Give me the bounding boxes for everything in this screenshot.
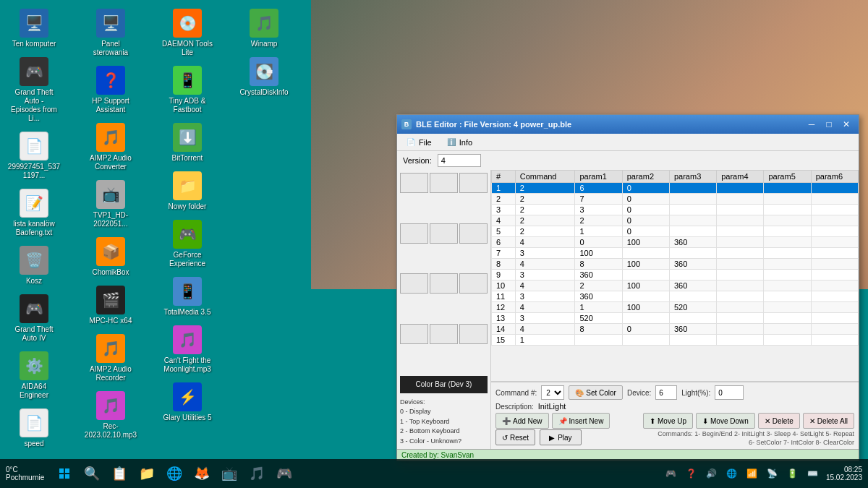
insert-new-button[interactable]: 📌 Insert New [552,413,610,429]
desktop-icon-file1[interactable]: 📄 299927451_5371197... [6,129,62,183]
taskbar-volume-icon[interactable]: 🔊 [703,465,720,482]
taskbar-geforce-icon[interactable]: 🎮 [663,465,680,482]
play-button[interactable]: ▶ Play [540,429,581,445]
desktop-icon-grid: 🖥️ Ten komputer 🎮 Grand Theft Auto - Epi… [6,6,310,454]
desktop-icon-speed[interactable]: 📄 speed [6,406,62,451]
table-row[interactable]: 5210 [492,226,859,237]
version-input[interactable] [438,154,481,167]
panel-cell-10[interactable] [400,324,428,344]
panel-cell-9[interactable] [459,273,488,294]
panel-cell-8[interactable] [430,273,458,294]
delete-all-button[interactable]: ✕ Delete All [803,413,854,429]
taskbar-network-icon[interactable]: 🌐 [723,465,741,482]
move-down-button[interactable]: ⬇ Move Down [696,413,755,429]
taskbar-bluetooth-icon[interactable]: 📡 [764,465,781,482]
desktop-icon-gta-episodes[interactable]: 🎮 Grand Theft Auto - Episodes from Li... [6,54,62,126]
table-row[interactable]: 1260 [492,183,859,194]
desktop-icon-hp[interactable]: ❓ HP Support Assistant [82,63,139,117]
table-row[interactable]: 2270 [492,194,859,205]
panel-cell-4[interactable] [400,223,428,244]
start-button[interactable] [53,462,76,485]
taskbar-battery-icon[interactable]: 🔋 [784,465,801,482]
cmd-help-2: 6- SetColor 7- IntColor 8- ClearColor [658,439,854,446]
desktop-icon-geforce[interactable]: 🎮 GeForce Experience [159,217,216,271]
desktop-icon-aida64[interactable]: ⚙️ AIDA64 Engineer [6,348,62,403]
status-bar-text: Created by: SvanSvan [401,451,474,459]
desktop-icon-ten-komputer[interactable]: 🖥️ Ten komputer [6,6,62,51]
desktop-icon-daemon[interactable]: 💿 DAEMON Tools Lite [159,6,216,60]
desktop-icon-glary[interactable]: ⚡ Glary Utilities 5 [159,380,216,425]
panel-cell-1[interactable] [400,173,428,193]
taskbar-edge-button[interactable]: 🌐 [161,461,187,487]
taskbar-media-button[interactable]: 📺 [216,461,242,487]
desktop-icon-chomik[interactable]: 📦 ChomikBox [82,234,139,280]
desktop-icon-bittorrent[interactable]: ⬇️ BitTorrent [159,120,216,166]
light-input[interactable] [715,385,744,400]
desktop-icon-aimp2-conv[interactable]: 🎵 AIMP2 Audio Converter [82,120,139,174]
taskbar-firefox-button[interactable]: 🦊 [189,461,215,487]
desktop-icon-tvp1[interactable]: 📺 TVP1_HD-2022051... [82,177,139,231]
table-row[interactable]: 113360 [492,291,859,302]
speed-icon: 📄 [20,408,48,437]
table-row[interactable]: 1241100520 [492,302,859,313]
insert-new-label: Insert New [569,417,604,425]
panel-cell-2[interactable] [430,173,458,193]
desktop-icon-panel[interactable]: 🖥️ Panel sterowania [82,6,139,60]
panel-cell-11[interactable] [430,324,458,344]
taskbar-search-button[interactable]: 🔍 [79,461,105,487]
table-row[interactable]: 14480360 [492,324,859,335]
table-row[interactable]: 4220 [492,215,859,226]
desktop-icon-crystaldisk[interactable]: 💽 CrystalDiskInfo [236,54,292,100]
desktop-icon-winamp[interactable]: 🎵 Winamp [236,6,292,51]
add-new-button[interactable]: ➕ Add New [495,413,549,429]
set-color-button[interactable]: 🎨 Set Color [569,385,623,400]
desktop-icon-folder[interactable]: 📁 Nowy folder [159,168,216,214]
table-row[interactable]: 848100360 [492,259,859,270]
desktop-icon-adb[interactable]: 📱 Tiny ADB & Fastboot [159,63,216,117]
device-input[interactable] [655,385,677,400]
desktop-icon-totalmedia[interactable]: 📱 TotalMedia 3.5 [159,274,216,320]
panel-cell-3[interactable] [459,173,488,193]
table-row[interactable]: 73100 [492,248,859,259]
command-select[interactable]: 2 [541,385,564,400]
panel-cell-7[interactable] [400,273,428,294]
reset-button[interactable]: ↺ Reset [495,429,535,445]
table-row[interactable]: 133520 [492,313,859,324]
desktop-icon-cantfight[interactable]: 🎵 Can't Fight the Moonlight.mp3 [159,322,216,377]
desktop-icon-lista[interactable]: 📝 lista kanalöw Baofeng.txt [6,186,62,240]
taskbar-explorer-button[interactable]: 📁 [134,461,160,487]
rec2023-icon: 🎵 [96,391,125,420]
data-table[interactable]: # Command param1 param2 param3 param4 pa… [491,170,859,382]
info-menu-item[interactable]: ℹ️ Info [441,136,478,149]
taskbar-clock[interactable]: 08:25 15.02.2023 [826,466,862,481]
taskbar-games-button[interactable]: 🎮 [271,461,297,487]
taskbar-hp-icon[interactable]: ❓ [683,465,700,482]
color-bar[interactable]: Color Bar (Dev 3) [400,376,488,393]
panel-cell-6[interactable] [459,223,488,244]
minimize-button[interactable]: ─ [804,118,820,131]
panel-cell-12[interactable] [459,324,488,344]
close-button[interactable]: ✕ [838,118,854,131]
desktop-icon-aimp2-rec[interactable]: 🎵 AIMP2 Audio Recorder [82,331,139,385]
taskbar-taskview-button[interactable]: 📋 [106,461,132,487]
move-up-button[interactable]: ⬆ Move Up [643,413,693,429]
version-label: Version: [403,156,432,165]
devices-info: Devices: 0 - Display 1 - Top Keyboard 2 … [400,398,488,447]
delete-button[interactable]: ✕ Delete [758,413,800,429]
taskbar-keyboard-icon[interactable]: ⌨️ [804,465,822,482]
panel-cell-5[interactable] [430,223,458,244]
desktop-icon-gta-iv[interactable]: 🎮 Grand Theft Auto IV [6,291,62,346]
desktop-icon-rec2023[interactable]: 🎵 Rec-2023.02.10.mp3 [82,388,139,442]
table-row[interactable]: 1042100360 [492,281,859,291]
desktop-icon-mpc[interactable]: 🎬 MPC-HC x64 [82,283,139,328]
maximize-button[interactable]: □ [821,118,837,131]
table-row[interactable]: 151 [492,335,859,346]
file-menu-item[interactable]: 📄 File [400,136,438,149]
table-row[interactable]: 93360 [492,270,859,281]
table-row[interactable]: 3230 [492,205,859,215]
taskbar-wifi-icon[interactable]: 📶 [744,465,761,482]
taskbar-music-button[interactable]: 🎵 [244,461,270,487]
desktop-icon-kosz[interactable]: 🗑️ Kosz [6,243,62,288]
mpc-label: MPC-HC x64 [90,317,132,325]
table-row[interactable]: 640100360 [492,237,859,248]
